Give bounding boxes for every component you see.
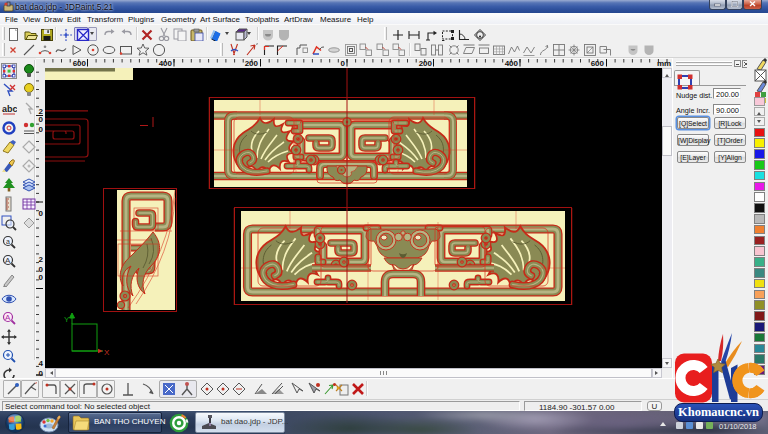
svg-text:A: A (5, 256, 11, 265)
svg-text:200: 200 (419, 59, 433, 68)
svg-text:0: 0 (39, 209, 44, 218)
svg-text:400: 400 (159, 59, 173, 68)
svg-text:0: 0 (341, 59, 346, 68)
svg-text:2: 2 (39, 255, 44, 264)
svg-text:X: X (104, 348, 110, 357)
svg-text:A: A (5, 313, 11, 322)
svg-text:0: 0 (39, 273, 44, 282)
svg-text:mm: mm (657, 59, 671, 68)
svg-text:4: 4 (39, 359, 44, 368)
svg-text:600: 600 (73, 59, 87, 68)
svg-text:a: a (6, 238, 10, 245)
svg-text:0: 0 (39, 115, 44, 124)
svg-text:600: 600 (591, 59, 605, 68)
svg-text:abc: abc (2, 104, 17, 114)
svg-text:200: 200 (245, 59, 259, 68)
svg-text:400: 400 (505, 59, 519, 68)
svg-text:Y: Y (64, 315, 70, 324)
svg-text:0: 0 (39, 125, 44, 134)
